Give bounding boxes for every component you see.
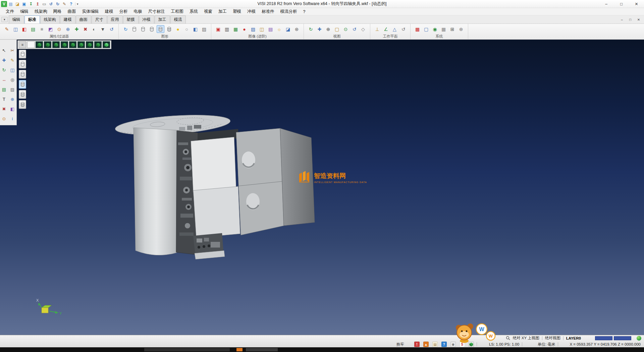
doc-close-button[interactable]: ✕ [636, 18, 641, 21]
tab-线架构[interactable]: 线架构 [40, 15, 60, 24]
zoom-icon[interactable]: ⊕ [9, 96, 16, 103]
tab-冲模[interactable]: 冲模 [139, 15, 154, 24]
remove-filter-icon[interactable]: ✖ [82, 25, 89, 33]
hatch-icon[interactable]: ▨ [9, 86, 16, 93]
photo-render-icon[interactable]: ▦ [232, 25, 239, 33]
visi-logo-icon[interactable]: V [1, 1, 7, 7]
menu-item-实体编辑[interactable]: 实体编辑 [79, 8, 102, 15]
layers-icon[interactable]: ▤ [1, 86, 8, 93]
text-icon[interactable]: T [1, 96, 8, 103]
view-mode-label[interactable]: 绝对视图 [545, 336, 560, 341]
menu-item-建模[interactable]: 建模 [102, 8, 116, 15]
trim-scissors-icon[interactable]: ✂ [9, 47, 16, 54]
absolute-view-label[interactable]: 绝对 XY 上视图 [513, 336, 539, 341]
mirror-icon[interactable]: ◫ [9, 67, 16, 74]
sketch-pencil-icon[interactable]: ✎ [9, 57, 16, 64]
tab-模流[interactable]: 模流 [170, 15, 186, 24]
attribute-edit-icon[interactable]: ✎ [3, 25, 11, 33]
filter-reset-icon[interactable]: ↺ [108, 25, 115, 33]
minimize-button[interactable]: – [599, 0, 614, 8]
filter-options-icon[interactable]: ▼ [99, 25, 107, 33]
view-zoom-window-icon[interactable]: ▢ [333, 25, 341, 33]
quick-select-icon[interactable]: ✚ [73, 25, 80, 33]
display-hidden-cylinder-icon[interactable] [148, 25, 156, 33]
notes-icon[interactable]: ▤ [432, 342, 438, 347]
view-menu-button[interactable]: ≡ [19, 41, 26, 48]
menu-item-尺寸标注[interactable]: 尺寸标注 [145, 8, 168, 15]
menu-item-系统[interactable]: 系统 [186, 8, 201, 15]
tab-编辑[interactable]: 编辑 [9, 15, 24, 24]
tab-建模[interactable]: 建模 [60, 15, 75, 24]
animation-icon[interactable]: ▨ [249, 25, 257, 33]
redraw-icon[interactable]: ↻ [122, 25, 129, 33]
layer-indicator[interactable]: LAYER0 [566, 336, 581, 340]
open-document-icon[interactable]: ◪ [14, 1, 20, 7]
view-perspective-icon[interactable]: ◇ [359, 25, 367, 33]
rotate-icon[interactable]: ↻ [1, 67, 8, 74]
tab-加工[interactable]: 加工 [155, 15, 170, 24]
match-properties-icon[interactable]: ◐ [90, 25, 98, 33]
close-button[interactable]: ✕ [629, 0, 644, 8]
tab-尺寸[interactable]: 尺寸 [92, 15, 107, 24]
group-icon[interactable]: ◧ [9, 105, 16, 113]
display-transparent[interactable] [19, 100, 26, 109]
move-icon[interactable]: ✚ [1, 57, 8, 64]
export-image-icon[interactable]: ▤ [267, 25, 274, 33]
measure-icon[interactable]: ↔ [1, 76, 8, 83]
light-off-icon[interactable]: ○ [183, 25, 191, 33]
monitor-icon[interactable]: ▢ [422, 25, 430, 33]
display-shaded-cylinder-icon[interactable] [157, 25, 164, 33]
menu-item-标准件[interactable]: 标准件 [259, 8, 277, 15]
view-previous-icon[interactable]: ↺ [351, 25, 358, 33]
tab-曲面[interactable]: 曲面 [76, 15, 91, 24]
color-filter-icon[interactable]: ◧ [20, 25, 28, 33]
workplane-reset-icon[interactable]: ↺ [399, 25, 407, 33]
menu-item-曲面[interactable]: 曲面 [65, 8, 79, 15]
grid-icon[interactable]: ▦ [440, 25, 447, 33]
linetype-filter-icon[interactable]: ≡ [38, 25, 46, 33]
taskbar-item[interactable] [246, 348, 278, 351]
print-icon[interactable]: ▭ [41, 1, 47, 7]
menu-item-塑模[interactable]: 塑模 [230, 8, 244, 15]
view-bottom-button[interactable] [86, 41, 93, 48]
erase-icon[interactable]: ✖ [1, 105, 8, 113]
tab-应用[interactable]: 应用 [107, 15, 123, 24]
workplane-3d-icon[interactable]: △ [391, 25, 398, 33]
info-icon[interactable]: i [9, 115, 16, 122]
view-rotate-icon[interactable]: ↻ [307, 25, 315, 33]
display-wire-cylinder-icon[interactable] [139, 25, 147, 33]
view-fit-icon[interactable]: ⊙ [342, 25, 350, 33]
view-zoom-icon[interactable]: ⊕ [324, 25, 332, 33]
taskbar-item[interactable] [236, 348, 243, 351]
layer-color-bar-1[interactable] [595, 336, 612, 340]
menu-item-线架构[interactable]: 线架构 [32, 8, 50, 15]
world-green-icon[interactable] [637, 336, 641, 341]
view-iso-button[interactable] [94, 41, 102, 48]
viewport-3d[interactable]: 智造资料网 INTELLIGENT MANUFACTURING DATA X Y [0, 40, 644, 335]
save-icon[interactable]: ▣ [21, 1, 27, 7]
display-wireframe[interactable] [19, 50, 26, 58]
menu-item-工程图[interactable]: 工程图 [168, 8, 187, 15]
help-status-icon[interactable]: ? [441, 342, 447, 347]
maximize-button[interactable]: □ [614, 0, 629, 8]
workplane-align-icon[interactable]: ∠ [382, 25, 390, 33]
image-settings-icon[interactable]: ⊛ [293, 25, 301, 33]
warning-icon[interactable]: ▲ [423, 342, 429, 347]
import-icon[interactable]: ↧ [28, 1, 34, 7]
undo-icon[interactable]: ↺ [48, 1, 54, 7]
attribute-copy-icon[interactable]: ◫ [12, 25, 19, 33]
selection-filter-icon[interactable]: ⊕ [64, 25, 72, 33]
redo-icon[interactable]: ↻ [55, 1, 61, 7]
menu-item-模流分析[interactable]: 模流分析 [277, 8, 300, 15]
view-pan-icon[interactable]: ✚ [316, 25, 323, 33]
menu-item-电极[interactable]: 电极 [131, 8, 145, 15]
quick-access-dropdown[interactable]: ▾ [75, 2, 80, 6]
search-icon[interactable] [506, 336, 510, 340]
view-blank-button[interactable] [27, 41, 35, 48]
display-points-cylinder-icon[interactable] [130, 25, 138, 33]
snap-icon[interactable]: ⊙ [1, 115, 8, 122]
tab-dropdown[interactable]: ▾ [1, 17, 8, 22]
lock-toggle[interactable]: 拴牢 [396, 342, 404, 347]
view-right-button[interactable] [77, 41, 85, 48]
view-back-button[interactable] [61, 41, 68, 48]
